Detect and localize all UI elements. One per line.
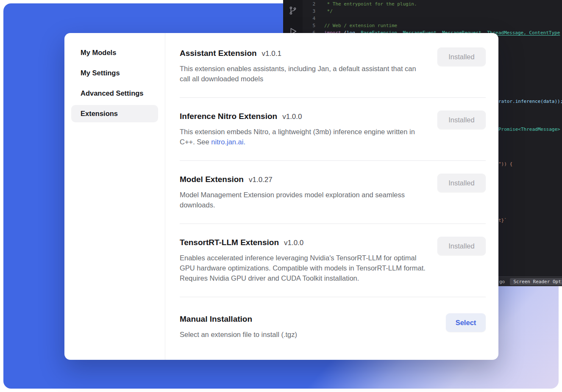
sidebar-item-my-models[interactable]: My Models <box>71 44 158 61</box>
nitro-jan-ai-link[interactable]: nitro.jan.ai. <box>211 138 245 146</box>
extension-title-line: TensortRT-LLM Extension v1.0.0 <box>180 237 428 248</box>
sidebar-item-advanced-settings[interactable]: Advanced Settings <box>71 85 158 102</box>
editor-line: 2 * The entrypoint for the plugin. <box>303 0 562 8</box>
extension-title-line: Assistant Extension v1.0.1 <box>180 47 428 59</box>
extension-info: TensortRT-LLM Extension v1.0.0 Enables a… <box>180 237 428 283</box>
installed-button[interactable]: Installed <box>437 174 486 192</box>
extension-description: This extension embeds Nitro, a lightweig… <box>180 127 428 147</box>
manual-installation-title: Manual Installation <box>180 313 252 325</box>
extension-version: v1.0.27 <box>249 176 273 184</box>
extension-row-nitro: Inference Nitro Extension v1.0.0 This ex… <box>180 98 486 161</box>
extensions-panel: Assistant Extension v1.0.1 This extensio… <box>165 33 498 360</box>
extension-info: Model Extension v1.0.27 Model Management… <box>180 174 428 210</box>
settings-modal: My Models My Settings Advanced Settings … <box>64 33 498 360</box>
manual-installation-description: Select an extension file to install (.tg… <box>180 329 297 340</box>
extension-info: Inference Nitro Extension v1.0.0 This ex… <box>180 110 428 147</box>
line-number: 5 <box>303 22 315 29</box>
code-blank <box>315 15 324 22</box>
editor-line: 4 <box>303 15 562 22</box>
select-file-button[interactable]: Select <box>446 313 486 332</box>
line-number: 4 <box>303 15 315 22</box>
extension-version: v1.0.1 <box>262 50 281 58</box>
editor-line: 3 */ <box>303 8 562 15</box>
editor-line: 5 // Web / extension runtime <box>303 22 562 29</box>
settings-sidebar: My Models My Settings Advanced Settings … <box>64 33 165 360</box>
code-comment: * The entrypoint for the plugin. <box>315 0 417 8</box>
extension-title-line: Manual Installation <box>180 313 297 325</box>
installed-button[interactable]: Installed <box>437 110 486 129</box>
extension-row-model: Model Extension v1.0.27 Model Management… <box>180 161 486 224</box>
source-control-icon[interactable] <box>288 6 298 17</box>
desktop-stage: 2 * The entrypoint for the plugin. 3 */ … <box>0 0 562 392</box>
screen-reader-status-button[interactable]: Screen Reader Optimiz <box>510 278 562 285</box>
code-fragment: ")) { <box>498 160 512 168</box>
installed-button[interactable]: Installed <box>437 47 486 66</box>
sidebar-item-my-settings[interactable]: My Settings <box>71 64 158 82</box>
extension-description: Enables accelerated inference leveraging… <box>180 253 428 283</box>
extension-info: Assistant Extension v1.0.1 This extensio… <box>180 47 428 84</box>
line-number: 3 <box>303 8 315 15</box>
code-fragment: rator.inference(data)); <box>498 98 562 105</box>
extension-row-manual-installation: Manual Installation Select an extension … <box>180 297 486 353</box>
code-fragment: Promise<ThreadMessage> <box>498 126 560 133</box>
extension-row-assistant: Assistant Extension v1.0.1 This extensio… <box>180 33 486 98</box>
code-comment: */ <box>315 8 333 15</box>
extension-version: v1.0.0 <box>282 113 302 121</box>
extension-name: Inference Nitro Extension <box>180 110 277 122</box>
editor-code-area: 2 * The entrypoint for the plugin. 3 */ … <box>303 0 562 36</box>
sidebar-item-extensions[interactable]: Extensions <box>71 105 158 122</box>
status-bar-text: go <box>499 278 505 285</box>
installed-button[interactable]: Installed <box>437 237 486 255</box>
extension-name: Assistant Extension <box>180 47 257 59</box>
extension-version: v1.0.0 <box>284 239 303 247</box>
extension-description: Model Management Extension provides mode… <box>180 190 428 210</box>
extension-name: Model Extension <box>180 174 244 185</box>
extension-title-line: Inference Nitro Extension v1.0.0 <box>180 110 428 122</box>
extension-row-tensorrt: TensortRT-LLM Extension v1.0.0 Enables a… <box>180 224 486 297</box>
code-comment: // Web / extension runtime <box>315 22 397 29</box>
extension-name: TensortRT-LLM Extension <box>180 237 279 248</box>
extension-info: Manual Installation Select an extension … <box>180 313 297 340</box>
line-number: 2 <box>303 0 315 8</box>
extension-description: This extension enables assistants, inclu… <box>180 63 428 84</box>
code-fragment: t}` <box>498 217 507 224</box>
extension-title-line: Model Extension v1.0.27 <box>180 174 428 185</box>
